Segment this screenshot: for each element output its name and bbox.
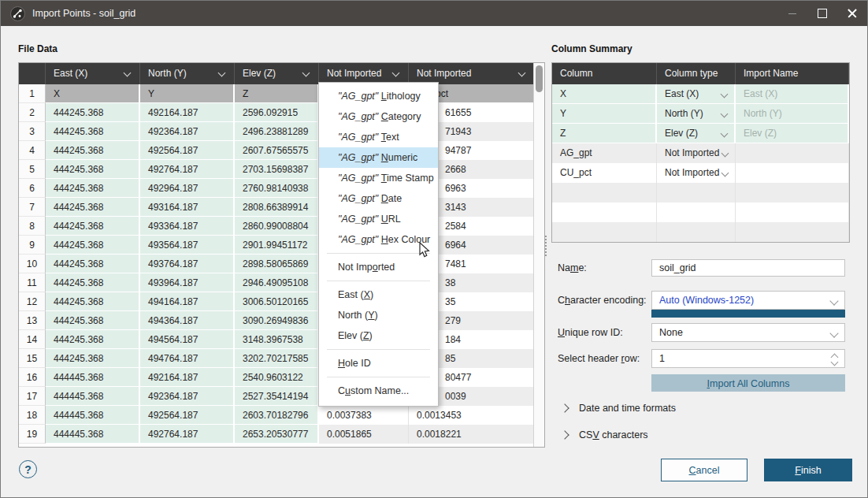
chevron-down-icon (721, 150, 729, 158)
summary-column-type-select[interactable]: Not Imported (657, 163, 736, 183)
table-cell: 444245.368 (46, 273, 140, 292)
table-row: 1XYZCU_pct (19, 84, 544, 103)
table-cell: 2703.15698387 (235, 160, 319, 179)
table-row: 4444245.368492564.1872607.6756557594787 (19, 141, 544, 160)
summary-column-name: X (552, 84, 657, 104)
header-row-spinner[interactable]: 1 (651, 349, 845, 368)
menu-item[interactable]: North (Y) (319, 305, 438, 325)
table-cell: Y (140, 84, 235, 103)
spinner-down-icon[interactable] (831, 359, 839, 366)
menu-item[interactable]: "AG_gpt" Lithology (319, 86, 438, 106)
menu-item[interactable]: East (X) (319, 284, 438, 305)
table-cell: 492764.187 (140, 160, 235, 179)
table-cell: 492764.187 (140, 425, 235, 444)
column-header-dropdown[interactable]: North (Y) (140, 63, 235, 84)
menu-separator (327, 349, 430, 350)
chevron-down-icon (302, 69, 310, 77)
scrollbar-thumb[interactable] (536, 65, 543, 92)
row-number: 1 (19, 84, 46, 103)
csv-characters-expander[interactable]: CSV characters (560, 429, 648, 440)
row-number: 15 (19, 349, 46, 368)
summary-import-name: East (X) (736, 84, 849, 104)
summary-row: ZElev (Z)Elev (Z) (552, 124, 849, 143)
finish-button[interactable]: Finish (764, 459, 852, 481)
row-number: 4 (19, 141, 46, 160)
table-cell: 2496.23881289 (235, 122, 319, 141)
date-time-formats-expander[interactable]: Date and time formats (560, 403, 676, 414)
menu-item[interactable]: "AG_gpt" URL (319, 209, 438, 229)
chevron-down-icon (829, 329, 838, 337)
table-row: 7444245.368493164.1872808.663899143143 (19, 198, 544, 217)
table-cell: 444245.368 (46, 217, 140, 236)
row-number: 3 (19, 122, 46, 141)
row-number: 16 (19, 368, 46, 387)
help-button[interactable]: ? (19, 460, 37, 478)
table-cell: 494564.187 (140, 330, 235, 349)
summary-column-name: CU_pct (552, 163, 657, 183)
column-header-dropdown[interactable]: East (X) (46, 63, 140, 84)
menu-item[interactable]: "AG_gpt" Time Stamp (319, 168, 438, 188)
summary-row: AG_gptNot Imported (552, 143, 849, 163)
summary-column-type-select[interactable]: North (Y) (657, 104, 736, 124)
app-icon (10, 6, 25, 21)
table-cell: 492564.187 (140, 141, 235, 160)
summary-column-type-select[interactable]: East (X) (657, 84, 736, 104)
row-number: 7 (19, 198, 46, 217)
summary-row: CU_pctNot Imported (552, 163, 849, 183)
table-cell: 492364.187 (140, 122, 235, 141)
table-row: 3444245.368492364.1872496.2388128971943 (19, 122, 544, 141)
column-header-dropdown[interactable]: Not Imported (319, 63, 409, 84)
row-number: 6 (19, 179, 46, 198)
unique-row-id-label: Unique row ID: (558, 327, 623, 338)
file-data-scrollbar[interactable] (533, 63, 544, 447)
summary-column-name (552, 203, 657, 222)
chevron-down-icon (721, 169, 729, 177)
menu-item[interactable]: Custom Name... (319, 381, 438, 401)
maximize-icon (818, 9, 827, 18)
table-row: 5444245.368492764.1872703.156983872668 (19, 160, 544, 179)
panel-splitter-grip[interactable] (545, 236, 549, 256)
column-header-dropdown[interactable]: Not Imported (409, 63, 535, 84)
minimize-button[interactable] (777, 1, 807, 26)
row-number: 11 (19, 273, 46, 292)
name-input[interactable]: soil_grid (651, 259, 845, 277)
menu-item[interactable]: Not Imported (319, 257, 438, 277)
menu-item[interactable]: Hole ID (319, 353, 438, 374)
table-row: 11444245.368493964.1872946.4909510838 (19, 273, 544, 292)
table-cell: 444245.368 (46, 292, 140, 311)
menu-item[interactable]: "AG_gpt" Category (319, 106, 438, 127)
table-cell: 444445.368 (46, 425, 140, 444)
close-icon (848, 9, 857, 18)
unique-row-id-select[interactable]: None (651, 323, 845, 342)
select-header-row-label: Select header row: (558, 353, 640, 364)
table-cell: 444245.368 (46, 330, 140, 349)
table-row: 17444445.368492364.1872527.354141940039 (19, 387, 544, 406)
table-cell: 444245.368 (46, 103, 140, 122)
table-cell: 2760.98140938 (235, 179, 319, 198)
table-cell: 444245.368 (46, 349, 140, 368)
menu-item[interactable]: Elev (Z) (319, 325, 438, 346)
summary-column-type-select[interactable]: Elev (Z) (657, 124, 736, 143)
cancel-button[interactable]: Cancel (661, 459, 747, 481)
column-header-dropdown[interactable]: Elev (Z) (235, 63, 319, 84)
table-cell: 492564.187 (140, 406, 235, 425)
import-all-columns-button[interactable]: Import All Columns (651, 374, 845, 392)
menu-item[interactable]: "AG_gpt" Numeric (319, 147, 438, 168)
menu-separator (327, 253, 430, 254)
character-encoding-select[interactable]: Auto (Windows-1252) (651, 291, 845, 310)
file-data-label: File Data (18, 43, 57, 54)
name-label: Name: (558, 262, 587, 273)
table-cell: 444445.368 (46, 387, 140, 406)
row-number: 19 (19, 425, 46, 444)
menu-item[interactable]: "AG_gpt" Date (319, 188, 438, 209)
maximize-button[interactable] (807, 1, 837, 26)
chevron-down-icon (518, 69, 526, 77)
summary-column-type-select[interactable]: Not Imported (657, 143, 736, 163)
table-cell: 493164.187 (140, 198, 235, 217)
table-cell: 3006.50120165 (235, 292, 319, 311)
menu-item[interactable]: "AG_gpt" Text (319, 127, 438, 147)
close-button[interactable] (837, 1, 867, 26)
menu-separator (327, 281, 430, 281)
column-summary-table: ColumnColumn typeImport NameXEast (X)Eas… (551, 62, 850, 243)
table-row: 19444445.368492764.1872653.205307770.005… (19, 425, 544, 444)
